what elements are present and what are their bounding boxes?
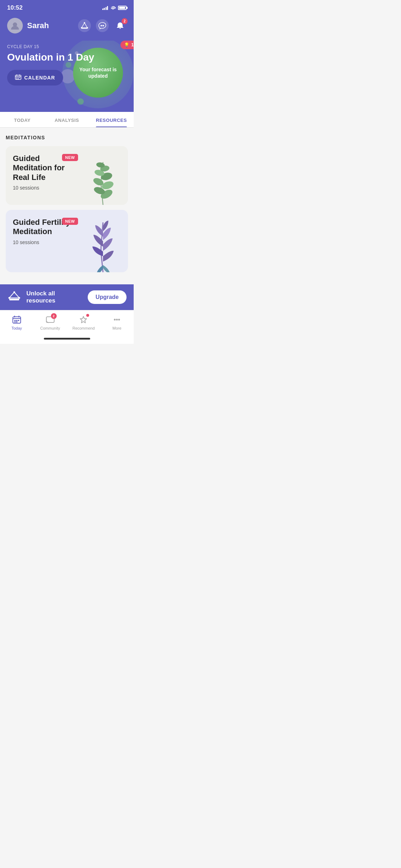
calendar-icon: [15, 74, 21, 81]
crown-button[interactable]: [78, 19, 91, 32]
nav-item-recommend[interactable]: Recommend: [67, 313, 101, 332]
upgrade-banner: Unlock all resources Upgrade: [0, 284, 134, 310]
svg-rect-17: [18, 78, 19, 79]
notification-badge: 2: [122, 18, 128, 24]
meditation-card-1[interactable]: Guided Meditation for Real Life 10 sessi…: [6, 146, 128, 205]
svg-rect-14: [18, 77, 19, 78]
avatar[interactable]: [7, 18, 23, 33]
chat-button[interactable]: [96, 19, 109, 32]
nav-item-community[interactable]: 2 Community: [34, 313, 67, 332]
svg-point-44: [118, 319, 120, 321]
bottom-nav: Today 2 Community Recommend: [0, 310, 134, 333]
status-icons: [102, 5, 127, 11]
upgrade-crown-icon: [7, 290, 21, 304]
header-actions: 2: [78, 19, 127, 32]
battery-icon: [118, 6, 127, 10]
signal-icon: [102, 6, 108, 10]
svg-rect-13: [16, 77, 17, 78]
svg-point-2: [84, 22, 85, 24]
upgrade-text: Unlock all resources: [26, 290, 83, 304]
svg-rect-27: [9, 299, 19, 300]
meditations-section-title: MEDITATIONS: [6, 135, 128, 140]
recommend-dot: [86, 314, 89, 317]
svg-point-29: [9, 297, 10, 299]
resources-content: MEDITATIONS Guided Meditation for Real L…: [0, 128, 134, 284]
svg-rect-37: [18, 320, 19, 321]
card-2-plant-image: [80, 215, 126, 272]
svg-rect-15: [19, 77, 20, 78]
card-1-new-badge: NEW: [62, 154, 78, 161]
svg-rect-35: [14, 320, 16, 321]
nav-label-recommend: Recommend: [72, 326, 94, 330]
meditation-card-2[interactable]: Guided Fertility Meditation 10 sessions …: [6, 210, 128, 272]
calendar-button[interactable]: CALENDAR: [7, 70, 63, 86]
nav-label-community: Community: [40, 326, 60, 330]
status-bar: 10:52: [0, 0, 134, 14]
user-name: Sarah: [27, 21, 74, 30]
svg-marker-1: [82, 23, 87, 28]
today-icon: [12, 315, 22, 325]
calendar-button-label: CALENDAR: [24, 75, 55, 81]
app-header: Sarah 2: [0, 14, 134, 41]
svg-rect-5: [81, 28, 88, 29]
card-1-plant-image: [82, 159, 124, 205]
svg-rect-39: [16, 321, 17, 322]
home-indicator: [0, 333, 134, 344]
recommend-icon: [78, 315, 88, 325]
svg-rect-38: [14, 321, 16, 322]
hero-content: CYCLE DAY 15 Ovulation in 1 Day CALENDAR: [7, 44, 127, 86]
nav-label-today: Today: [11, 326, 22, 330]
tab-resources[interactable]: RESOURCES: [89, 112, 134, 127]
tab-today[interactable]: TODAY: [0, 112, 45, 127]
svg-point-8: [102, 25, 103, 26]
nav-label-more: More: [113, 326, 122, 330]
tab-analysis[interactable]: ANALYSIS: [45, 112, 89, 127]
cycle-day-label: CYCLE DAY 15: [7, 44, 127, 49]
svg-point-42: [114, 319, 116, 321]
community-icon: 2: [45, 315, 55, 325]
notifications-button[interactable]: 2: [114, 19, 127, 32]
home-bar: [44, 338, 90, 340]
svg-point-30: [19, 297, 20, 299]
more-icon: [112, 315, 122, 325]
nav-item-more[interactable]: More: [100, 313, 134, 332]
ovulation-title: Ovulation in 1 Day: [7, 51, 127, 63]
svg-rect-36: [16, 320, 17, 321]
tabs-bar: TODAY ANALYSIS RESOURCES: [0, 112, 134, 128]
svg-rect-16: [16, 78, 17, 79]
upgrade-button[interactable]: Upgrade: [88, 290, 127, 304]
community-badge: 2: [51, 313, 57, 319]
card-2-new-badge: NEW: [62, 218, 78, 225]
svg-point-43: [116, 319, 118, 321]
nav-item-today[interactable]: Today: [0, 313, 34, 332]
hero-section: Your forecast is updated 💡 1 CYCLE DAY 1…: [0, 41, 134, 112]
svg-point-28: [14, 291, 15, 293]
wifi-icon: [110, 5, 116, 11]
status-time: 10:52: [7, 4, 22, 11]
